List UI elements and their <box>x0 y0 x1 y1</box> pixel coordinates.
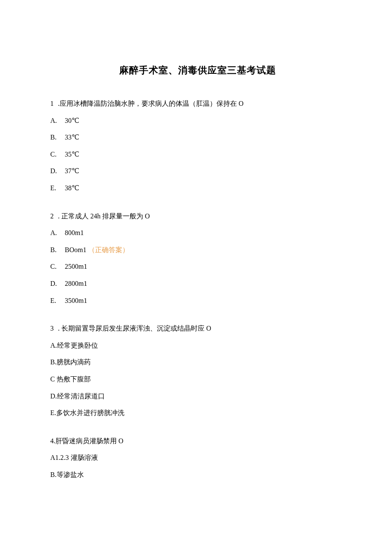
option: E.3500m1 <box>50 295 345 306</box>
option: A.经常更换卧位 <box>50 340 345 351</box>
question-body: 肝昏迷病员灌肠禁用 O <box>55 437 124 445</box>
option-label: E. <box>50 409 56 416</box>
option: A.800m1 <box>50 227 345 238</box>
question-body: 应用冰槽降温防治脑水肿，要求病人的体温（肛温）保持在 O <box>60 100 244 107</box>
question-text: 3 . 长期留置导尿后发生尿液浑浊、沉淀或结晶时应 O <box>50 323 345 334</box>
option-text: 35℃ <box>65 151 79 158</box>
option: E.多饮水并进行膀胱冲洗 <box>50 407 345 418</box>
question-text: 4.肝昏迷病员灌肠禁用 O <box>50 436 345 447</box>
option-label: E. <box>50 295 65 306</box>
question-number: 2 <box>50 211 56 222</box>
option-text: 等渗盐水 <box>57 471 84 478</box>
option-label: D. <box>50 278 65 289</box>
option: D.经常清洁尿道口 <box>50 391 345 402</box>
option-text: 2800m1 <box>65 280 87 287</box>
option-text: 2500m1 <box>65 263 87 270</box>
option-text: 3500m1 <box>65 297 87 304</box>
option-label: C. <box>50 149 65 160</box>
option: B.33℃ <box>50 132 345 143</box>
question-block: 2 . 正常成人 24h 排尿量一般为 O A.800m1 B.BOom1 （正… <box>50 211 345 306</box>
correct-answer-mark: （正确答案） <box>88 246 129 253</box>
option-label: A. <box>50 342 57 349</box>
page-title: 麻醉手术室、消毒供应室三基考试题 <box>50 64 345 77</box>
option: C.35℃ <box>50 149 345 160</box>
question-sep: . <box>56 100 60 107</box>
option-text: 1.2.3 灌肠溶液 <box>55 454 98 461</box>
question-sep: . <box>56 325 61 332</box>
option-text: 38℃ <box>65 184 79 192</box>
question-number: 3 <box>50 323 56 334</box>
option: A1.2.3 灌肠溶液 <box>50 452 345 463</box>
option-text: 热敷下腹部 <box>55 375 91 383</box>
option-label: A <box>50 454 55 461</box>
option-label: B. <box>50 244 65 256</box>
option: B.膀胱内滴药 <box>50 357 345 368</box>
option-label: D. <box>50 166 65 177</box>
question-block: 4.肝昏迷病员灌肠禁用 O A1.2.3 灌肠溶液 B.等渗盐水 <box>50 436 345 480</box>
question-number: 4. <box>50 437 55 445</box>
option: C 热敷下腹部 <box>50 374 345 385</box>
option-text: 30℃ <box>65 117 79 124</box>
option: C.2500m1 <box>50 261 345 272</box>
option-label: A. <box>50 227 65 238</box>
question-sep: . <box>56 212 61 220</box>
question-text: 1 .应用冰槽降温防治脑水肿，要求病人的体温（肛温）保持在 O <box>50 98 345 109</box>
option: B.BOom1 （正确答案） <box>50 244 345 256</box>
option-text: 膀胱内滴药 <box>57 358 91 366</box>
question-body: 正常成人 24h 排尿量一般为 O <box>61 212 150 220</box>
question-block: 1 .应用冰槽降温防治脑水肿，要求病人的体温（肛温）保持在 O A.30℃ B.… <box>50 98 345 194</box>
option-label: B. <box>50 471 57 478</box>
question-body: 长期留置导尿后发生尿液浑浊、沉淀或结晶时应 O <box>61 325 211 332</box>
option-label: A. <box>50 115 65 126</box>
question-text: 2 . 正常成人 24h 排尿量一般为 O <box>50 211 345 222</box>
option: B.等渗盐水 <box>50 469 345 480</box>
option: D.2800m1 <box>50 278 345 289</box>
option-text: 37℃ <box>65 167 79 174</box>
option-text: 经常更换卧位 <box>57 342 98 349</box>
option-text: 经常清洁尿道口 <box>57 392 105 400</box>
option-label: D. <box>50 392 57 400</box>
option: E.38℃ <box>50 183 345 194</box>
option-text: 多饮水并进行膀胱冲洗 <box>56 409 124 416</box>
option-label: B. <box>50 132 65 143</box>
option-label: B. <box>50 358 57 366</box>
option-label: C. <box>50 261 65 272</box>
option: A.30℃ <box>50 115 345 126</box>
question-number: 1 <box>50 98 56 109</box>
option-label: C <box>50 375 55 383</box>
option-text: 800m1 <box>65 229 84 236</box>
option-text: 33℃ <box>65 134 79 141</box>
option-label: E. <box>50 183 65 194</box>
question-block: 3 . 长期留置导尿后发生尿液浑浊、沉淀或结晶时应 O A.经常更换卧位 B.膀… <box>50 323 345 418</box>
option: D.37℃ <box>50 166 345 177</box>
option-text: BOom1 <box>65 246 86 253</box>
